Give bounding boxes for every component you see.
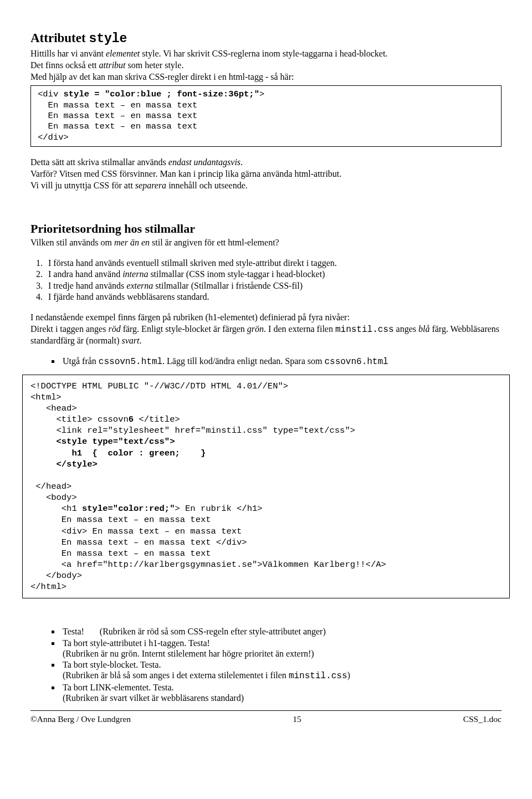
list-item: Ta bort style-attributet i h1-taggen. Te… (60, 638, 502, 659)
section-title-1: Attributet style (30, 30, 502, 47)
ordered-list: I första hand används eventuell stilmall… (30, 258, 502, 302)
footer-left: ©Anna Berg / Ove Lundgren (30, 714, 131, 725)
bullet-list: Utgå från cssovn5.html. Lägg till kod/än… (30, 356, 502, 367)
list-item: Utgå från cssovn5.html. Lägg till kod/än… (60, 356, 502, 367)
section-title-2: Prioritetsordning hos stilmallar (30, 222, 502, 236)
paragraph: Det finns också ett attribut som heter s… (30, 60, 502, 70)
paragraph: Vilken stil används om mer än en stil är… (30, 237, 502, 248)
paragraph: Med hjälp av det kan man skriva CSS-regl… (30, 71, 502, 82)
paragraph: Hittills har vi använt elementet style. … (30, 48, 502, 59)
paragraph: Detta sätt att skriva stilmallar används… (30, 157, 502, 167)
list-item: I andra hand använd interna stilmallar (… (45, 269, 502, 279)
list-item: Testa! (Rubriken är röd så som CSS-regel… (60, 626, 502, 637)
title-text: Attributet (30, 31, 89, 45)
list-item: I första hand används eventuell stilmall… (45, 258, 502, 268)
paragraph: Direkt i taggen anges röd färg. Enligt s… (30, 324, 502, 346)
list-item: I fjärde hand används webbläsarens stand… (45, 291, 502, 302)
code-block-2: <!DOCTYPE HTML PUBLIC "-//W3C//DTD HTML … (22, 375, 510, 599)
bullet-list-2: Testa! (Rubriken är röd så som CSS-regel… (30, 626, 502, 703)
page-footer: ©Anna Berg / Ove Lundgren 15 CSS_1.doc (30, 714, 502, 725)
paragraph: I nedanstående exempel finns färgen på r… (30, 312, 502, 322)
footer-right: CSS_1.doc (463, 714, 502, 725)
title-code: style (89, 32, 127, 46)
code-block-1: <div style = "color:blue ; font-size:36p… (30, 85, 502, 147)
list-item: Ta bort LINK-elementet. Testa. (Rubriken… (60, 682, 502, 703)
paragraph: Vi vill ju utnyttja CSS för att separera… (30, 180, 502, 191)
paragraph: Varför? Vitsen med CSS försvinner. Man k… (30, 168, 502, 179)
list-item: Ta bort style-blocket. Testa. (Rubriken … (60, 659, 502, 682)
footer-page-number: 15 (293, 714, 301, 725)
list-item: I tredje hand används externa stilmallar… (45, 280, 502, 291)
